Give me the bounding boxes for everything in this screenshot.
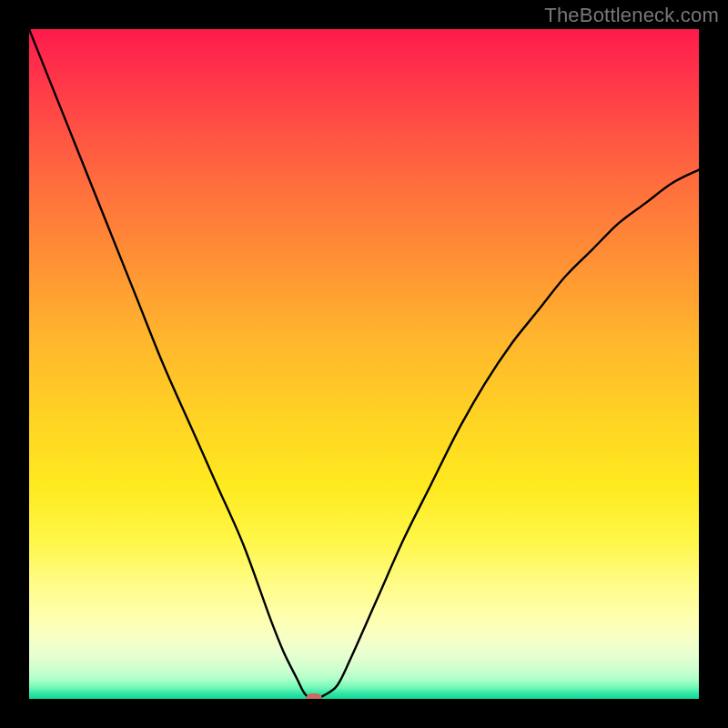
plot-area: [29, 29, 699, 699]
chart-frame: TheBottleneck.com: [0, 0, 728, 728]
bottleneck-curve: [29, 29, 699, 699]
curve-path: [29, 29, 699, 699]
watermark-text: TheBottleneck.com: [544, 4, 719, 27]
optimum-marker: [306, 693, 322, 699]
